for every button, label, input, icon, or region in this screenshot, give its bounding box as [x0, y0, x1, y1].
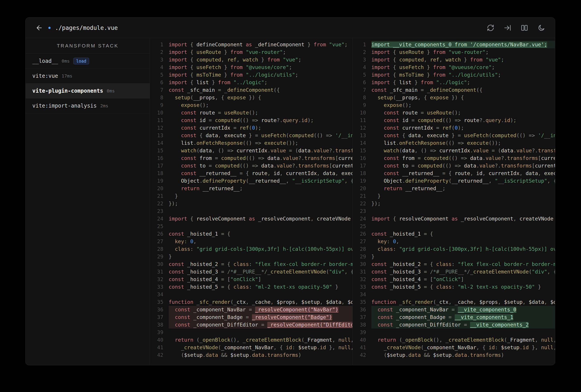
code-text: const _sfc_main = _defineComponent({ [371, 86, 555, 94]
line-number: 19 [150, 177, 163, 185]
code-line: 20 return __returned__; [150, 185, 352, 192]
line-number: 34 [150, 291, 163, 298]
code-line: 7const _sfc_main = _defineComponent({ [353, 86, 555, 94]
code-line: 39 [150, 328, 352, 336]
code-line: 15 watch(data, () => currentIdx.value = … [353, 147, 555, 154]
code-text: const to = computed(() => data.value?.tr… [169, 162, 352, 170]
line-number: 27 [353, 238, 366, 245]
line-number: 14 [150, 139, 163, 147]
code-text [169, 222, 352, 230]
code-line: 40 return (_openBlock(), _createElementB… [150, 336, 352, 344]
line-number: 31 [150, 268, 163, 276]
code-line: 8 setup(__props, { expose }) { [150, 94, 352, 101]
code-text: const _hoisted_5 = { class: "ml-2 text-x… [169, 283, 352, 291]
code-line: 10 const route = useRoute(); [150, 109, 352, 116]
line-number: 4 [353, 64, 366, 71]
line-number: 23 [150, 207, 163, 215]
code-text [371, 207, 555, 215]
line-number: 23 [353, 207, 366, 215]
line-number: 42 [353, 351, 366, 359]
code-text: expose(); [169, 101, 352, 109]
line-number: 2 [150, 48, 163, 56]
line-number: 35 [150, 298, 163, 306]
line-number: 18 [150, 170, 163, 177]
code-line: 37 const _component_Badge = __vite_compo… [353, 314, 555, 321]
refresh-button[interactable] [487, 24, 494, 32]
code-text: const _hoisted_1 = { [371, 230, 555, 238]
code-line: 14 list.onFetchResponse(() => execute())… [150, 139, 352, 147]
code-text: expose(); [371, 101, 555, 109]
line-number: 26 [150, 230, 163, 238]
code-text: const _hoisted_4 = ["onClick"] [169, 276, 352, 283]
code-text: const currentIdx = ref(0); [371, 124, 555, 132]
code-text: const _hoisted_2 = { class: "flex flex-c… [371, 260, 555, 268]
code-text: const _hoisted_2 = { class: "flex flex-c… [169, 260, 352, 268]
code-text: const _component_DiffEditor = _resolveCo… [169, 321, 352, 328]
diff-pane-right[interactable]: 1import __vite_components_0 from '/compo… [352, 38, 555, 365]
code-line: 26const _hoisted_1 = { [353, 230, 555, 238]
line-number: 24 [150, 215, 163, 222]
code-text [169, 291, 352, 298]
code-text: import { useRoute } from "vue-router"; [169, 48, 352, 56]
code-line: 27 key: 0, [353, 238, 555, 245]
dark-mode-button[interactable] [538, 24, 545, 32]
line-number: 6 [353, 78, 366, 86]
line-number: 6 [150, 78, 163, 86]
topbar-actions [487, 24, 545, 32]
code-line: 6import { list } from "../logic"; [150, 78, 352, 86]
code-text: import { useFetch } from "@vueuse/core"; [169, 64, 352, 71]
line-number: 40 [353, 336, 366, 344]
code-text: const _hoisted_1 = { [169, 230, 352, 238]
code-line: 23 [353, 207, 555, 215]
plugin-name: vite-plugin-components [32, 88, 103, 94]
code-text: const id = computed(() => route?.query.i… [371, 116, 555, 124]
transform-stack-item[interactable]: vite:vue17ms [26, 68, 150, 84]
code-line: 22}); [150, 200, 352, 207]
split-mode-icon [521, 24, 528, 32]
line-number: 25 [150, 222, 163, 230]
line-number: 13 [150, 132, 163, 139]
diff-pane-left[interactable]: 1import { defineComponent as _defineComp… [150, 38, 352, 365]
plugin-time: 0ms [62, 58, 70, 64]
code-line: 32const _hoisted_4 = ["onClick"] [353, 276, 555, 283]
line-number: 11 [353, 116, 366, 124]
split-mode-button[interactable] [521, 24, 528, 32]
code-line: 21 } [353, 192, 555, 200]
code-text: const route = useRoute(); [371, 109, 555, 116]
code-line: 36 const _component_NavBar = _resolveCom… [150, 306, 352, 314]
code-line: 9 expose(); [353, 101, 555, 109]
line-number: 33 [353, 283, 366, 291]
code-text: _createVNode(_component_NavBar, { id: $s… [371, 344, 555, 351]
code-text: }); [371, 200, 555, 207]
code-text: function _sfc_render(_ctx, _cache, $prop… [371, 298, 555, 306]
inline-mode-icon [504, 24, 511, 32]
line-number: 31 [353, 268, 366, 276]
back-button[interactable] [36, 24, 43, 32]
line-number: 22 [150, 200, 163, 207]
code-text: const _component_Badge = _resolveCompone… [169, 314, 352, 321]
code-line: 40 return (_openBlock(), _createElementB… [353, 336, 555, 344]
code-text: import { resolveComponent as _resolveCom… [169, 215, 352, 222]
line-number: 40 [150, 336, 163, 344]
transform-stack-item[interactable]: __load__0msload [26, 54, 150, 68]
line-number: 41 [353, 344, 366, 351]
code-line: 24import { resolveComponent as _resolveC… [353, 215, 555, 222]
code-line: 31const _hoisted_3 = /*#__PURE__*/_creat… [353, 268, 555, 276]
code-line: 2import { useRoute } from "vue-router"; [150, 48, 352, 56]
code-text: ($setup.data && $setup.data.transforms) [169, 351, 352, 359]
topbar: ./pages/module.vue [26, 18, 555, 38]
code-text: } [371, 192, 555, 200]
code-text: import { computed, ref, watch } from "vu… [371, 56, 555, 64]
line-number: 41 [150, 344, 163, 351]
code-text: import __vite_components_0 from '/compon… [371, 41, 555, 48]
transform-stack-item[interactable]: vite:import-analysis2ms [26, 98, 150, 113]
load-badge: load [73, 58, 89, 64]
inline-mode-button[interactable] [504, 24, 511, 32]
inspect-window: ./pages/module.vue TRANSFORM STACK __loa… [26, 17, 555, 365]
code-text: const from = computed(() => data.value?.… [169, 154, 352, 162]
plugin-time: 0ms [107, 88, 115, 94]
line-number: 20 [353, 185, 366, 192]
code-line: 20 return __returned__; [353, 185, 555, 192]
transform-stack-item[interactable]: vite-plugin-components0ms [26, 84, 150, 98]
plugin-time: 2ms [100, 103, 108, 108]
